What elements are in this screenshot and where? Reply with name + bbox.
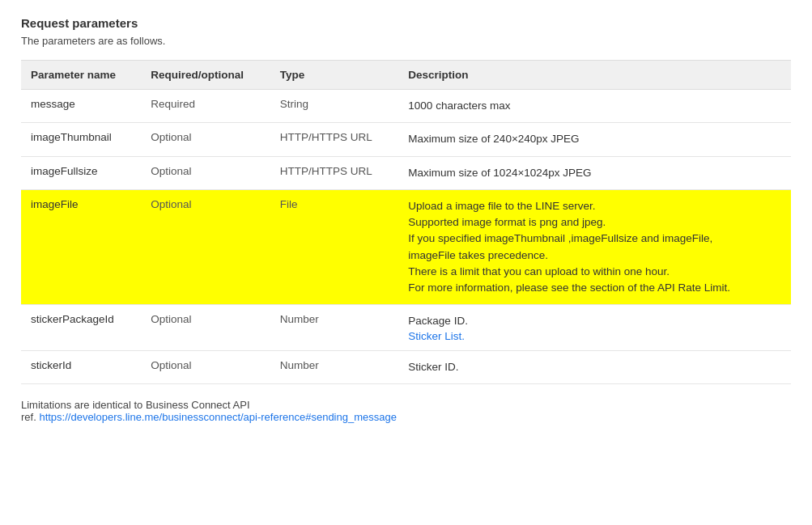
param-description-cell: 1000 characters max <box>398 90 791 123</box>
description-line: Maximum size of 1024×1024px JPEG <box>408 165 781 181</box>
param-name-cell: imageFullsize <box>21 156 141 189</box>
param-description-cell: Maximum size of 1024×1024px JPEG <box>398 156 791 189</box>
param-required-cell: Optional <box>141 156 270 189</box>
param-type-cell: Number <box>270 305 399 350</box>
parameters-table: Parameter name Required/optional Type De… <box>21 60 791 384</box>
param-required-cell: Optional <box>141 350 270 383</box>
table-row: imageFullsizeOptionalHTTP/HTTPS URLMaxim… <box>21 156 791 189</box>
table-row: messageRequiredString1000 characters max <box>21 90 791 123</box>
description-line: imageFile takes precedence. <box>408 248 781 264</box>
param-required-cell: Optional <box>141 123 270 156</box>
table-row: stickerPackageIdOptionalNumberPackage ID… <box>21 305 791 350</box>
param-type-cell: HTTP/HTTPS URL <box>270 123 399 156</box>
description-line: Sticker ID. <box>408 359 781 375</box>
param-description-cell: Sticker ID. <box>398 350 791 383</box>
footer-note: Limitations are identical to Business Co… <box>21 399 791 423</box>
footer-ref-prefix: ref. <box>21 411 39 423</box>
table-header-row: Parameter name Required/optional Type De… <box>21 61 791 90</box>
col-header-description: Description <box>398 61 791 90</box>
param-name-cell: message <box>21 90 141 123</box>
param-name-cell: stickerPackageId <box>21 305 141 350</box>
param-required-cell: Required <box>141 90 270 123</box>
table-row: imageThumbnailOptionalHTTP/HTTPS URLMaxi… <box>21 123 791 156</box>
col-header-param: Parameter name <box>21 61 141 90</box>
param-name-cell: stickerId <box>21 350 141 383</box>
col-header-type: Type <box>270 61 399 90</box>
col-header-required: Required/optional <box>141 61 270 90</box>
footer-limitations: Limitations are identical to Business Co… <box>21 399 791 411</box>
footer-ref-link[interactable]: https://developers.line.me/businessconne… <box>39 411 397 423</box>
description-line: If you specified imageThumbnail ,imageFu… <box>408 231 781 247</box>
param-description-cell: Maximum size of 240×240px JPEG <box>398 123 791 156</box>
description-line: Maximum size of 240×240px JPEG <box>408 131 781 147</box>
section-title: Request parameters <box>21 16 791 30</box>
param-name-cell: imageThumbnail <box>21 123 141 156</box>
sticker-list-link[interactable]: Sticker List. <box>408 330 781 342</box>
param-type-cell: String <box>270 90 399 123</box>
table-row: stickerIdOptionalNumberSticker ID. <box>21 350 791 383</box>
param-type-cell: Number <box>270 350 399 383</box>
section-subtitle: The parameters are as follows. <box>21 35 791 47</box>
description-line: Upload a image file to the LINE server. <box>408 198 781 214</box>
param-type-cell: File <box>270 189 399 305</box>
footer-ref: ref. https://developers.line.me/business… <box>21 411 791 423</box>
param-description-cell: Upload a image file to the LINE server.S… <box>398 189 791 305</box>
param-required-cell: Optional <box>141 305 270 350</box>
param-name-cell: imageFile <box>21 189 141 305</box>
param-description-cell: Package ID.Sticker List. <box>398 305 791 350</box>
description-line: There is a limit that you can upload to … <box>408 264 781 280</box>
description-line: 1000 characters max <box>408 98 781 114</box>
description-line: Supported image format is png and jpeg. <box>408 214 781 231</box>
param-type-cell: HTTP/HTTPS URL <box>270 156 399 189</box>
table-row: imageFileOptionalFileUpload a image file… <box>21 189 791 305</box>
description-line: For more information, please see the sec… <box>408 280 781 296</box>
description-line: Package ID. <box>408 313 781 329</box>
param-required-cell: Optional <box>141 189 270 305</box>
